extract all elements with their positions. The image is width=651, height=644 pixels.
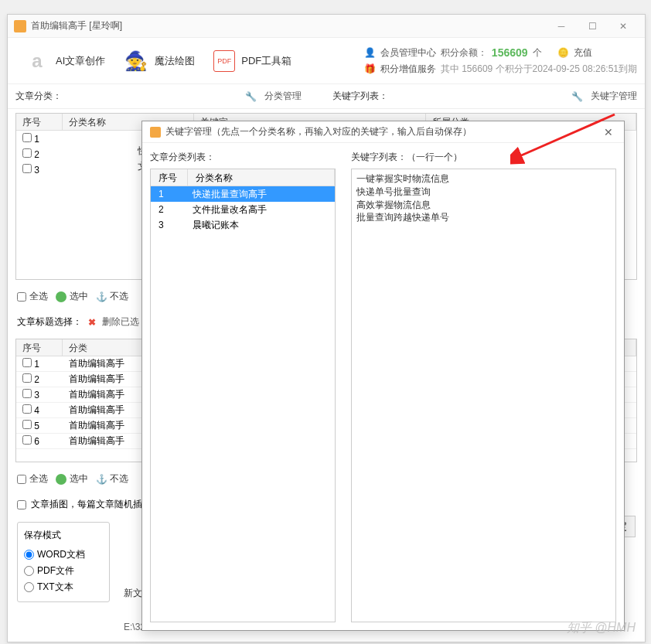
row-checkbox[interactable]: [22, 389, 32, 398]
pdf-tools-button[interactable]: PDF PDF工具箱: [204, 46, 301, 77]
row-checkbox[interactable]: [22, 404, 32, 414]
gift-icon: 🎁: [364, 63, 376, 74]
radio-txt[interactable]: TXT文本: [24, 579, 103, 595]
category-row[interactable]: 2文件批量改名高手: [151, 202, 335, 217]
category-list[interactable]: 序号 分类名称 1快递批量查询高手2文件批量改名高手3晨曦记账本: [150, 169, 336, 622]
ai-icon: a: [25, 49, 49, 73]
keyword-manage-link[interactable]: 关键字管理: [591, 90, 637, 103]
recharge-link[interactable]: 充值: [574, 46, 592, 60]
row-checkbox[interactable]: [22, 435, 32, 445]
filter-row: 文章分类： 🔧 分类管理 关键字列表： 🔧 关键字管理: [8, 84, 645, 109]
keyword-list-label: 关键字列表：（一行一个）: [351, 151, 616, 164]
app-icon: [14, 20, 26, 32]
select-button[interactable]: 选中: [56, 290, 88, 303]
row-checkbox[interactable]: [22, 164, 32, 173]
window-title: 首助编辑高手 [星玲啊]: [31, 19, 122, 32]
category-manage-link[interactable]: 分类管理: [264, 90, 302, 103]
select-button[interactable]: 选中: [56, 472, 88, 486]
row-checkbox[interactable]: [22, 148, 32, 158]
row-checkbox[interactable]: [22, 373, 32, 383]
col-seq: 序号: [151, 169, 188, 186]
row-checkbox[interactable]: [22, 133, 32, 142]
keyword-manage-dialog: 关键字管理（先点一个分类名称，再输入对应的关键字，输入后自动保存） ✕ 文章分类…: [141, 121, 625, 631]
category-list-label: 文章分类列表：: [150, 151, 336, 164]
save-mode-group: 保存模式 WORD文档 PDF文件 TXT文本: [17, 522, 110, 602]
points-balance-value: 156609: [492, 46, 528, 59]
col-seq: 序号: [16, 339, 63, 356]
watermark: 知乎 @HMH: [567, 620, 636, 636]
save-mode-title: 保存模式: [24, 529, 103, 542]
user-icon: 👤: [364, 47, 376, 58]
minimize-button[interactable]: ─: [546, 15, 577, 37]
wrench-icon: 🔧: [245, 91, 257, 102]
anchor-icon: ⚓: [96, 291, 107, 302]
radio-pdf[interactable]: PDF文件: [24, 563, 103, 579]
wrench-icon: 🔧: [571, 91, 583, 102]
coins-icon: 🪙: [557, 47, 569, 58]
points-detail: 其中 156609 个积分于2024-09-25 08:26:51到期: [441, 63, 637, 76]
select-all-checkbox[interactable]: 全选: [17, 290, 48, 303]
anchor-icon: ⚓: [96, 474, 107, 485]
dialog-close-button[interactable]: ✕: [601, 124, 616, 140]
magic-draw-button[interactable]: 🧙 魔法绘图: [114, 44, 204, 78]
radio-word[interactable]: WORD文档: [24, 547, 103, 563]
dialog-title: 关键字管理（先点一个分类名称，再输入对应的关键字，输入后自动保存）: [165, 125, 472, 138]
title-select-label: 文章标题选择：: [17, 315, 82, 329]
ai-create-button[interactable]: a AI文章创作: [15, 44, 114, 78]
points-service-link[interactable]: 积分增值服务: [380, 63, 436, 76]
col-seq: 序号: [16, 114, 63, 130]
toolbar: a AI文章创作 🧙 魔法绘图 PDF PDF工具箱 👤 会员管理中心 积分余额…: [8, 38, 645, 84]
row-checkbox[interactable]: [22, 420, 32, 429]
delete-selected-link[interactable]: 删除已选: [102, 315, 139, 329]
maximize-button[interactable]: ☐: [577, 15, 608, 37]
col-cat: 分类名称: [188, 169, 335, 186]
insert-label: 文章插图，每篇文章随机插入: [31, 498, 152, 511]
category-row[interactable]: 1快递批量查询高手: [151, 186, 335, 202]
insert-checkbox[interactable]: [17, 500, 26, 509]
unselect-button[interactable]: ⚓不选: [96, 290, 128, 303]
check-icon: [56, 474, 66, 485]
points-unit: 个: [533, 46, 542, 60]
keyword-list-label: 关键字列表：: [332, 90, 388, 103]
check-icon: [56, 291, 66, 302]
category-label: 文章分类：: [15, 90, 62, 103]
close-button[interactable]: ✕: [608, 15, 639, 37]
points-balance-label: 积分余额：: [441, 46, 487, 60]
keyword-textarea[interactable]: [351, 169, 616, 622]
wizard-icon: 🧙: [124, 49, 148, 73]
titlebar: 首助编辑高手 [星玲啊] ─ ☐ ✕: [8, 15, 645, 38]
pdf-icon: PDF: [213, 50, 235, 72]
row-checkbox[interactable]: [22, 358, 32, 367]
select-all-checkbox[interactable]: 全选: [17, 472, 48, 486]
member-center-link[interactable]: 会员管理中心: [380, 46, 436, 60]
dialog-icon: [150, 127, 161, 138]
delete-icon: ✖: [88, 317, 96, 328]
category-row[interactable]: 3晨曦记账本: [151, 217, 335, 233]
unselect-button[interactable]: ⚓不选: [96, 472, 128, 486]
